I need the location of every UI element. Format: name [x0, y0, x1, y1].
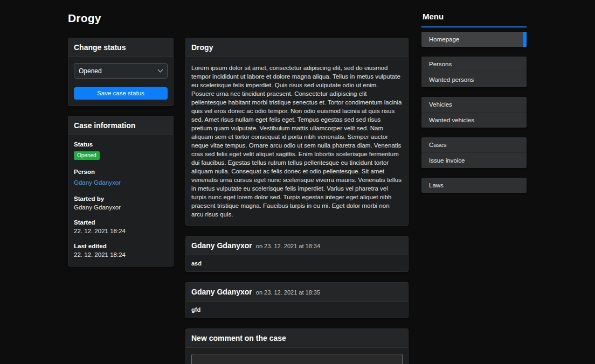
page: Drogy Change status Opened Save case sta… [0, 0, 595, 364]
main-area: Drogy Change status Opened Save case sta… [68, 9, 409, 364]
comment-card: Gdany Gdanyxor on 23. 12. 2021 at 18:35 … [185, 282, 409, 318]
menu-item-cases[interactable]: Cases [421, 137, 527, 153]
change-status-title: Change status [68, 38, 173, 57]
new-comment-title: New comment on the case [186, 329, 408, 348]
new-comment-textarea[interactable] [191, 354, 403, 364]
started-label: Started [74, 219, 168, 226]
case-description: Lorem ipsum dolor sit amet, consectetur … [186, 57, 408, 225]
field-started: Started 22. 12. 2021 18:24 [74, 219, 168, 234]
case-information-panel: Case information Status Opened Person Gd… [68, 116, 174, 267]
comment-card: Gdany Gdanyxor on 23. 12. 2021 at 18:34 … [185, 236, 409, 272]
middle-column: Drogy Lorem ipsum dolor sit amet, consec… [185, 38, 409, 364]
menu-item-issue-invoice[interactable]: Issue invoice [421, 153, 527, 168]
menu-item-laws[interactable]: Laws [421, 178, 527, 193]
menu-item-wanted-persons[interactable]: Wanted persons [421, 72, 527, 87]
status-select-wrap: Opened [74, 63, 168, 79]
started-value: 22. 12. 2021 18:24 [74, 228, 168, 234]
comment-meta: on 23. 12. 2021 at 18:34 [256, 243, 320, 249]
status-select[interactable]: Opened [74, 63, 168, 79]
menu-item-wanted-vehicles[interactable]: Wanted vehicles [421, 113, 527, 128]
case-title: Drogy [186, 38, 408, 57]
person-link[interactable]: Gdany Gdanyxor [74, 179, 121, 186]
sidebar-menu: Menu Homepage Persons Wanted persons Veh… [421, 9, 527, 364]
case-information-body: Status Opened Person Gdany Gdanyxor Star… [68, 135, 173, 266]
menu-item-homepage[interactable]: Homepage [421, 32, 527, 47]
menu-group-homepage: Homepage [421, 32, 527, 47]
save-case-status-button[interactable]: Save case status [74, 87, 168, 100]
comment-meta: on 23. 12. 2021 at 18:35 [256, 289, 320, 296]
field-status: Status Opened [74, 141, 168, 160]
change-status-body: Opened Save case status [68, 57, 173, 106]
menu-group-laws: Laws [421, 178, 527, 193]
comment-author: Gdany Gdanyxor [191, 241, 252, 250]
page-title: Drogy [68, 12, 409, 25]
comment-body: asd [186, 255, 408, 271]
new-comment-panel: New comment on the case [185, 328, 409, 364]
comment-header: Gdany Gdanyxor on 23. 12. 2021 at 18:35 [186, 283, 408, 302]
field-person: Person Gdany Gdanyxor [74, 169, 168, 187]
content-columns: Change status Opened Save case status Ca… [68, 38, 409, 364]
status-badge: Opened [74, 151, 100, 160]
field-started-by: Started by Gdany Gdanyxor [74, 195, 168, 211]
field-last-edited: Last edited 22. 12. 2021 18:24 [74, 243, 168, 258]
started-by-label: Started by [74, 195, 168, 202]
person-label: Person [74, 169, 168, 175]
comment-author: Gdany Gdanyxor [191, 288, 252, 296]
change-status-panel: Change status Opened Save case status [68, 38, 174, 106]
status-label: Status [74, 141, 168, 148]
menu-group-cases: Cases Issue invoice [421, 137, 527, 168]
left-column: Change status Opened Save case status Ca… [68, 38, 174, 276]
comment-body: gfd [186, 302, 408, 318]
started-by-value: Gdany Gdanyxor [74, 204, 168, 211]
last-edited-label: Last edited [74, 243, 168, 249]
case-information-title: Case information [68, 116, 173, 135]
new-comment-body [186, 348, 408, 364]
menu-item-persons[interactable]: Persons [421, 57, 527, 72]
menu-group-vehicles: Vehicles Wanted vehicles [421, 97, 527, 128]
menu-item-vehicles[interactable]: Vehicles [421, 97, 527, 113]
menu-group-persons: Persons Wanted persons [421, 57, 527, 87]
comment-header: Gdany Gdanyxor on 23. 12. 2021 at 18:34 [186, 236, 408, 255]
menu-title: Menu [421, 9, 527, 27]
case-panel: Drogy Lorem ipsum dolor sit amet, consec… [185, 38, 409, 226]
last-edited-value: 22. 12. 2021 18:24 [74, 251, 168, 258]
